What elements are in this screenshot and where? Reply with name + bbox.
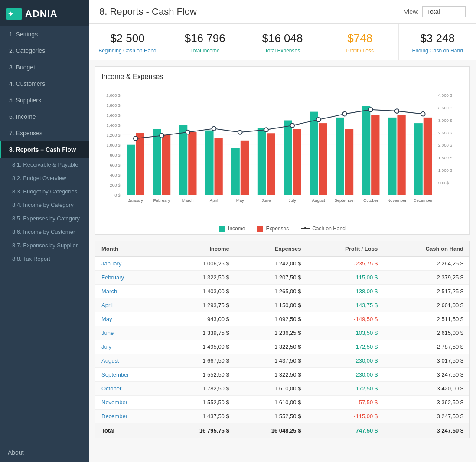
- table-cell: 115,00 $: [307, 271, 384, 285]
- kpi-card-0: $2 500Beginning Cash on Hand: [89, 24, 166, 60]
- table-cell: August: [95, 354, 163, 368]
- svg-text:September: September: [334, 198, 355, 203]
- table-cell: -149,50 $: [307, 312, 384, 326]
- view-select[interactable]: Total Monthly: [422, 6, 466, 17]
- svg-point-84: [264, 128, 268, 132]
- svg-rect-45: [241, 141, 249, 195]
- svg-rect-59: [362, 106, 370, 195]
- chart-svg: 0 $200 $400 $600 $800 $1,000 $1,200 $1,4…: [101, 84, 463, 219]
- table-cell: 1 495,00 $: [163, 340, 235, 354]
- sidebar-item-income[interactable]: 6. Income: [0, 108, 89, 125]
- svg-rect-66: [424, 118, 432, 195]
- table-cell: 1 437,50 $: [163, 410, 235, 423]
- sidebar-sub-item[interactable]: 8.1. Receivable & Payable: [0, 158, 89, 171]
- about-link[interactable]: About: [0, 443, 89, 462]
- svg-text:600 $: 600 $: [110, 163, 121, 167]
- table-cell: 2 787,50 $: [384, 340, 469, 354]
- table-cell: September: [95, 368, 163, 382]
- expenses-color-box: [257, 226, 263, 232]
- col-income: Income: [163, 241, 235, 257]
- table-row: October1 782,50 $1 610,00 $172,50 $3 420…: [95, 382, 469, 396]
- footer-cell: 747,50 $: [307, 423, 384, 438]
- table-cell: 1 552,50 $: [163, 368, 235, 382]
- table-cell: 1 293,75 $: [163, 298, 235, 312]
- table-cell: 3 017,50 $: [384, 354, 469, 368]
- table-cell: 1 437,50 $: [235, 354, 307, 368]
- table-row: July1 495,00 $1 322,50 $172,50 $2 787,50…: [95, 340, 469, 354]
- col-cash: Cash on Hand: [384, 241, 469, 257]
- kpi-card-2: $16 048Total Expenses: [244, 24, 322, 60]
- svg-rect-41: [205, 131, 213, 195]
- kpi-value-2: $16 048: [253, 32, 313, 45]
- sidebar-item-categories[interactable]: 2. Categories: [0, 43, 89, 59]
- chart-legend: Income Expenses Cash on Hand: [101, 226, 463, 232]
- table-cell: 2 511,50 $: [384, 312, 469, 326]
- kpi-value-3: $748: [330, 32, 390, 45]
- svg-text:500 $: 500 $: [438, 180, 449, 185]
- table-header-row: Month Income Expenses Profit / Loss Cash…: [95, 241, 469, 257]
- table-cell: 943,00 $: [163, 312, 235, 326]
- kpi-value-4: $3 248: [408, 32, 467, 45]
- svg-text:4,000 $: 4,000 $: [438, 93, 453, 98]
- sidebar-item-suppliers[interactable]: 5. Suppliers: [0, 92, 89, 108]
- svg-text:November: November: [387, 198, 407, 203]
- sidebar-item-expenses[interactable]: 7. Expenses: [0, 125, 89, 141]
- table-cell: 3 247,50 $: [384, 368, 469, 382]
- sidebar-sub-item[interactable]: 8.7. Expenses by Supplier: [0, 239, 89, 252]
- sidebar-item-customers[interactable]: 4. Customers: [0, 75, 89, 92]
- table-footer: Total16 795,75 $16 048,25 $747,50 $3 247…: [95, 423, 469, 438]
- sidebar-item-reports-cashflow[interactable]: 8. Reports – Cash Flow: [0, 141, 89, 158]
- legend-income: Income: [219, 226, 245, 232]
- svg-point-89: [395, 109, 399, 113]
- table-cell: 1 092,50 $: [235, 312, 307, 326]
- svg-text:March: March: [182, 198, 194, 203]
- sidebar-sub-item[interactable]: 8.4. Income by Category: [0, 198, 89, 212]
- table-footer-row: Total16 795,75 $16 048,25 $747,50 $3 247…: [95, 423, 469, 438]
- kpi-card-1: $16 796Total Income: [166, 24, 244, 60]
- cash-line-icon: [301, 228, 310, 229]
- table-cell: February: [95, 271, 163, 285]
- table-cell: 1 150,00 $: [235, 298, 307, 312]
- svg-point-90: [421, 112, 425, 116]
- kpi-card-3: $748Profit / Loss: [321, 24, 399, 60]
- logo-text: ADNIA: [25, 8, 58, 20]
- svg-text:1,000 $: 1,000 $: [106, 143, 121, 147]
- table-cell: 1 339,75 $: [163, 326, 235, 340]
- kpi-card-4: $3 248Ending Cash on Hand: [399, 24, 476, 60]
- table-cell: 3 362,50 $: [384, 396, 469, 410]
- table-cell: 2 517,25 $: [384, 285, 469, 298]
- data-table: Month Income Expenses Profit / Loss Cash…: [95, 241, 469, 438]
- table-cell: 1 552,50 $: [163, 396, 235, 410]
- table-cell: June: [95, 326, 163, 340]
- sidebar-sub-item[interactable]: 8.5. Expenses by Category: [0, 212, 89, 225]
- sidebar: ✦ ADNIA 1. Settings2. Categories3. Budge…: [0, 0, 89, 462]
- table-cell: January: [95, 257, 163, 271]
- svg-rect-56: [336, 118, 344, 195]
- table-cell: October: [95, 382, 163, 396]
- page-title: 8. Reports - Cash Flow: [99, 6, 404, 17]
- kpi-row: $2 500Beginning Cash on Hand$16 796Total…: [89, 24, 476, 60]
- sidebar-sub-item[interactable]: 8.6. Income by Customer: [0, 225, 89, 239]
- table-row: December1 437,50 $1 552,50 $-115,00 $3 2…: [95, 410, 469, 423]
- svg-text:1,600 $: 1,600 $: [106, 113, 121, 118]
- table-cell: July: [95, 340, 163, 354]
- view-label: View:: [404, 8, 419, 15]
- footer-cell: 16 048,25 $: [235, 423, 307, 438]
- svg-text:October: October: [363, 198, 378, 203]
- kpi-label-2: Total Expenses: [253, 48, 313, 54]
- legend-cash: Cash on Hand: [301, 226, 346, 232]
- main-content: 8. Reports - Cash Flow View: Total Month…: [89, 0, 476, 462]
- table-cell: 1 236,25 $: [235, 326, 307, 340]
- svg-text:August: August: [312, 198, 325, 203]
- sidebar-sub-item[interactable]: 8.2. Budget Overview: [0, 171, 89, 185]
- nav-items: 1. Settings2. Categories3. Budget4. Cust…: [0, 26, 89, 265]
- kpi-label-1: Total Income: [175, 48, 235, 54]
- svg-text:2,500 $: 2,500 $: [438, 131, 453, 135]
- sidebar-item-settings[interactable]: 1. Settings: [0, 26, 89, 43]
- table-cell: 1 322,50 $: [235, 340, 307, 354]
- sidebar-sub-item[interactable]: 8.8. Tax Report: [0, 252, 89, 265]
- svg-point-81: [186, 130, 190, 134]
- sidebar-item-budget[interactable]: 3. Budget: [0, 59, 89, 75]
- sidebar-sub-item[interactable]: 8.3. Budget by Categories: [0, 185, 89, 198]
- svg-point-82: [212, 127, 216, 131]
